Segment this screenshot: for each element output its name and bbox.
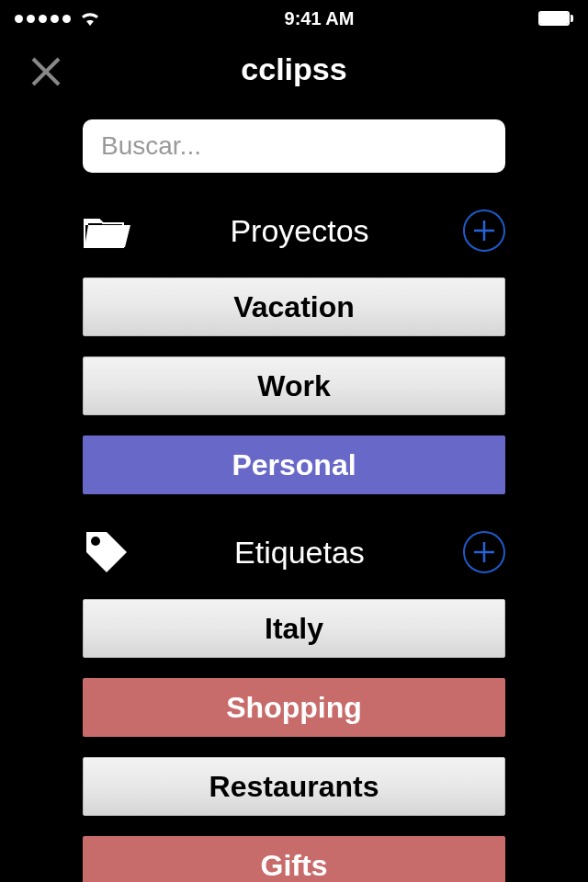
header: cclipss [0,37,588,101]
projects-section-header: Proyectos [83,206,505,255]
item-label: Work [257,369,330,403]
item-label: Vacation [233,290,355,324]
battery-icon [538,11,573,26]
project-item-vacation[interactable]: Vacation [83,277,505,336]
project-item-work[interactable]: Work [83,356,505,415]
svg-point-4 [91,537,100,546]
status-time: 9:41 AM [285,8,355,29]
tag-item-gifts[interactable]: Gifts [83,836,505,882]
item-label: Gifts [261,849,328,883]
plus-icon [471,218,497,243]
close-icon [29,55,62,88]
folder-icon [83,210,136,251]
item-label: Shopping [226,691,362,725]
item-label: Italy [265,612,323,646]
tag-icon [83,528,136,576]
close-button[interactable] [28,53,64,90]
status-bar: 9:41 AM [0,0,588,37]
tag-item-restaurants[interactable]: Restaurants [83,757,505,816]
add-tag-button[interactable] [463,531,505,573]
item-label: Restaurants [209,770,379,804]
tag-item-shopping[interactable]: Shopping [83,678,505,737]
tags-section-header: Etiquetas [83,527,505,577]
status-left [15,11,100,26]
project-item-personal[interactable]: Personal [83,435,505,494]
item-label: Personal [232,448,356,482]
page-title: cclipss [0,51,588,87]
projects-title: Proyectos [136,213,463,249]
tag-item-italy[interactable]: Italy [83,599,505,658]
signal-dots-icon [15,15,71,23]
plus-icon [471,539,497,565]
add-project-button[interactable] [463,209,505,252]
wifi-icon [80,11,100,26]
search-input[interactable] [83,119,505,173]
tags-title: Etiquetas [136,535,463,571]
